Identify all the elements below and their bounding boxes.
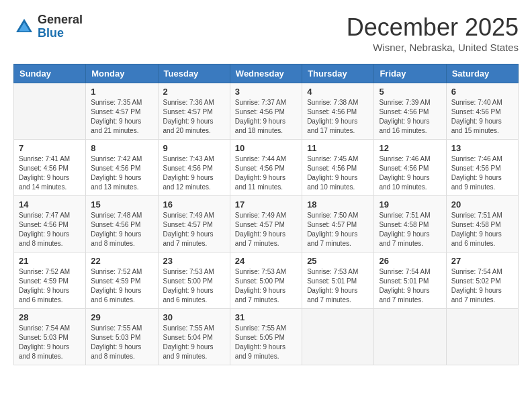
calendar-week-row: 7Sunrise: 7:41 AMSunset: 4:56 PMDaylight… bbox=[14, 140, 519, 196]
day-number: 12 bbox=[379, 143, 441, 153]
day-info: Sunrise: 7:36 AMSunset: 4:57 PMDaylight:… bbox=[163, 98, 225, 136]
day-number: 24 bbox=[235, 256, 297, 266]
calendar-cell: 24Sunrise: 7:53 AMSunset: 5:00 PMDayligh… bbox=[230, 253, 302, 309]
calendar-cell bbox=[374, 309, 446, 365]
day-number: 4 bbox=[307, 87, 369, 97]
day-info: Sunrise: 7:55 AMSunset: 5:03 PMDaylight:… bbox=[91, 324, 152, 361]
day-number: 17 bbox=[235, 199, 297, 210]
column-header-thursday: Thursday bbox=[302, 64, 374, 83]
calendar-cell: 6Sunrise: 7:40 AMSunset: 4:56 PMDaylight… bbox=[446, 83, 518, 140]
day-info: Sunrise: 7:37 AMSunset: 4:56 PMDaylight:… bbox=[235, 98, 297, 136]
day-info: Sunrise: 7:38 AMSunset: 4:56 PMDaylight:… bbox=[307, 98, 369, 136]
day-info: Sunrise: 7:52 AMSunset: 4:59 PMDaylight:… bbox=[91, 267, 152, 305]
calendar-cell: 9Sunrise: 7:43 AMSunset: 4:56 PMDaylight… bbox=[158, 140, 230, 196]
day-info: Sunrise: 7:52 AMSunset: 4:59 PMDaylight:… bbox=[19, 267, 81, 305]
calendar-cell: 27Sunrise: 7:54 AMSunset: 5:02 PMDayligh… bbox=[446, 253, 518, 309]
day-number: 16 bbox=[163, 199, 225, 210]
column-header-sunday: Sunday bbox=[14, 64, 86, 83]
day-number: 7 bbox=[19, 143, 81, 153]
day-info: Sunrise: 7:55 AMSunset: 5:05 PMDaylight:… bbox=[235, 324, 297, 361]
calendar-cell bbox=[302, 309, 374, 365]
calendar-cell: 25Sunrise: 7:53 AMSunset: 5:01 PMDayligh… bbox=[302, 253, 374, 309]
month-title: December 2025 bbox=[347, 13, 519, 42]
day-info: Sunrise: 7:40 AMSunset: 4:56 PMDaylight:… bbox=[451, 98, 513, 136]
calendar-cell: 21Sunrise: 7:52 AMSunset: 4:59 PMDayligh… bbox=[14, 253, 86, 309]
calendar-cell: 17Sunrise: 7:49 AMSunset: 4:57 PMDayligh… bbox=[230, 196, 302, 253]
day-number: 20 bbox=[451, 199, 513, 210]
calendar-cell bbox=[14, 83, 86, 140]
day-number: 9 bbox=[163, 143, 225, 153]
day-number: 14 bbox=[19, 199, 81, 210]
calendar-cell: 13Sunrise: 7:46 AMSunset: 4:56 PMDayligh… bbox=[446, 140, 518, 196]
logo-text: General Blue bbox=[38, 13, 83, 40]
calendar-cell: 30Sunrise: 7:55 AMSunset: 5:04 PMDayligh… bbox=[158, 309, 230, 365]
column-header-monday: Monday bbox=[86, 64, 158, 83]
calendar-cell: 15Sunrise: 7:48 AMSunset: 4:56 PMDayligh… bbox=[86, 196, 158, 253]
day-info: Sunrise: 7:51 AMSunset: 4:58 PMDaylight:… bbox=[379, 211, 441, 248]
day-info: Sunrise: 7:51 AMSunset: 4:58 PMDaylight:… bbox=[451, 211, 513, 248]
column-header-tuesday: Tuesday bbox=[158, 64, 230, 83]
day-number: 31 bbox=[235, 312, 297, 322]
day-number: 6 bbox=[451, 87, 513, 97]
day-number: 8 bbox=[91, 143, 152, 153]
day-info: Sunrise: 7:54 AMSunset: 5:03 PMDaylight:… bbox=[19, 324, 81, 361]
day-number: 15 bbox=[91, 199, 152, 210]
day-number: 19 bbox=[379, 199, 441, 210]
day-info: Sunrise: 7:45 AMSunset: 4:56 PMDaylight:… bbox=[307, 154, 369, 192]
day-info: Sunrise: 7:53 AMSunset: 5:00 PMDaylight:… bbox=[163, 267, 225, 305]
calendar-week-row: 1Sunrise: 7:35 AMSunset: 4:57 PMDaylight… bbox=[14, 83, 519, 140]
day-info: Sunrise: 7:47 AMSunset: 4:56 PMDaylight:… bbox=[19, 211, 81, 248]
calendar-cell: 20Sunrise: 7:51 AMSunset: 4:58 PMDayligh… bbox=[446, 196, 518, 253]
calendar-cell: 29Sunrise: 7:55 AMSunset: 5:03 PMDayligh… bbox=[86, 309, 158, 365]
day-info: Sunrise: 7:48 AMSunset: 4:56 PMDaylight:… bbox=[91, 211, 152, 248]
day-number: 26 bbox=[379, 256, 441, 266]
calendar-cell: 18Sunrise: 7:50 AMSunset: 4:57 PMDayligh… bbox=[302, 196, 374, 253]
calendar-cell: 2Sunrise: 7:36 AMSunset: 4:57 PMDaylight… bbox=[158, 83, 230, 140]
calendar-cell: 8Sunrise: 7:42 AMSunset: 4:56 PMDaylight… bbox=[86, 140, 158, 196]
column-header-friday: Friday bbox=[374, 64, 446, 83]
day-info: Sunrise: 7:49 AMSunset: 4:57 PMDaylight:… bbox=[235, 211, 297, 248]
calendar-week-row: 21Sunrise: 7:52 AMSunset: 4:59 PMDayligh… bbox=[14, 253, 519, 309]
day-number: 11 bbox=[307, 143, 369, 153]
day-info: Sunrise: 7:44 AMSunset: 4:56 PMDaylight:… bbox=[235, 154, 297, 192]
day-number: 22 bbox=[91, 256, 152, 266]
calendar-cell: 3Sunrise: 7:37 AMSunset: 4:56 PMDaylight… bbox=[230, 83, 302, 140]
calendar-cell: 16Sunrise: 7:49 AMSunset: 4:57 PMDayligh… bbox=[158, 196, 230, 253]
calendar-cell: 5Sunrise: 7:39 AMSunset: 4:56 PMDaylight… bbox=[374, 83, 446, 140]
title-section: December 2025 Wisner, Nebraska, United S… bbox=[347, 13, 519, 53]
day-info: Sunrise: 7:39 AMSunset: 4:56 PMDaylight:… bbox=[379, 98, 441, 136]
day-info: Sunrise: 7:43 AMSunset: 4:56 PMDaylight:… bbox=[163, 154, 225, 192]
calendar-week-row: 14Sunrise: 7:47 AMSunset: 4:56 PMDayligh… bbox=[14, 196, 519, 253]
calendar-week-row: 28Sunrise: 7:54 AMSunset: 5:03 PMDayligh… bbox=[14, 309, 519, 365]
calendar-cell: 12Sunrise: 7:46 AMSunset: 4:56 PMDayligh… bbox=[374, 140, 446, 196]
calendar-cell: 10Sunrise: 7:44 AMSunset: 4:56 PMDayligh… bbox=[230, 140, 302, 196]
day-number: 23 bbox=[163, 256, 225, 266]
day-info: Sunrise: 7:54 AMSunset: 5:01 PMDaylight:… bbox=[379, 267, 441, 305]
day-info: Sunrise: 7:53 AMSunset: 5:01 PMDaylight:… bbox=[307, 267, 369, 305]
page-header: General Blue December 2025 Wisner, Nebra… bbox=[13, 13, 519, 53]
day-number: 13 bbox=[451, 143, 513, 153]
day-info: Sunrise: 7:41 AMSunset: 4:56 PMDaylight:… bbox=[19, 154, 81, 192]
column-header-saturday: Saturday bbox=[446, 64, 518, 83]
calendar-cell: 11Sunrise: 7:45 AMSunset: 4:56 PMDayligh… bbox=[302, 140, 374, 196]
calendar-cell: 31Sunrise: 7:55 AMSunset: 5:05 PMDayligh… bbox=[230, 309, 302, 365]
day-number: 1 bbox=[91, 87, 152, 97]
day-number: 30 bbox=[163, 312, 225, 322]
calendar-header-row: SundayMondayTuesdayWednesdayThursdayFrid… bbox=[14, 64, 519, 83]
day-info: Sunrise: 7:49 AMSunset: 4:57 PMDaylight:… bbox=[163, 211, 225, 248]
day-number: 2 bbox=[163, 87, 225, 97]
calendar-cell: 4Sunrise: 7:38 AMSunset: 4:56 PMDaylight… bbox=[302, 83, 374, 140]
day-number: 10 bbox=[235, 143, 297, 153]
day-number: 21 bbox=[19, 256, 81, 266]
day-info: Sunrise: 7:53 AMSunset: 5:00 PMDaylight:… bbox=[235, 267, 297, 305]
day-number: 3 bbox=[235, 87, 297, 97]
calendar-cell: 14Sunrise: 7:47 AMSunset: 4:56 PMDayligh… bbox=[14, 196, 86, 253]
logo-icon bbox=[13, 16, 35, 38]
calendar-cell: 22Sunrise: 7:52 AMSunset: 4:59 PMDayligh… bbox=[86, 253, 158, 309]
day-number: 29 bbox=[91, 312, 152, 322]
calendar-table: SundayMondayTuesdayWednesdayThursdayFrid… bbox=[13, 64, 519, 365]
logo-blue: Blue bbox=[38, 27, 83, 40]
day-info: Sunrise: 7:35 AMSunset: 4:57 PMDaylight:… bbox=[91, 98, 152, 136]
calendar-cell: 19Sunrise: 7:51 AMSunset: 4:58 PMDayligh… bbox=[374, 196, 446, 253]
day-info: Sunrise: 7:46 AMSunset: 4:56 PMDaylight:… bbox=[451, 154, 513, 192]
